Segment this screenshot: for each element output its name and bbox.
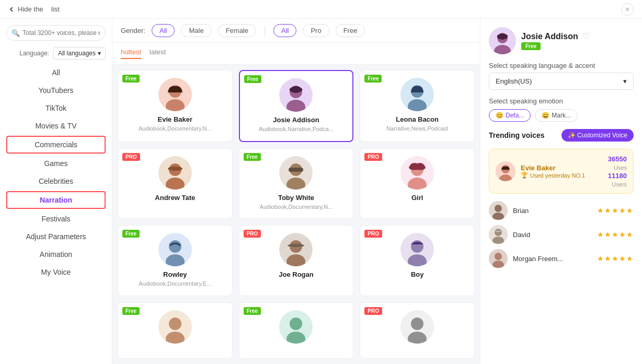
- free-badge: Free: [244, 75, 261, 83]
- language-section: Select speaking language & accent Englis…: [489, 62, 634, 90]
- sidebar-item-movies-tv[interactable]: Movies & TV: [0, 117, 112, 135]
- sidebar-item-festivals[interactable]: Festivals: [0, 210, 112, 228]
- gender-label: Gender:: [121, 27, 145, 34]
- svg-point-31: [169, 318, 181, 330]
- voice-card-josie-addison[interactable]: Free Josie Addison Audiobook,Narrative,P…: [239, 70, 354, 142]
- gender-female-button[interactable]: Female: [218, 24, 256, 37]
- trending-item-morgan[interactable]: Morgan Freem... ★★★★★: [489, 249, 634, 268]
- avatar-v3: [400, 310, 434, 344]
- trending-name-david: David: [513, 231, 592, 239]
- gender-male-button[interactable]: Male: [181, 24, 211, 37]
- free-badge: Free: [122, 307, 140, 315]
- voice-card-rowley[interactable]: Free Rowley Audiobook,Documentary,E...: [118, 225, 233, 296]
- trending-avatar-brian: [489, 201, 508, 220]
- customized-voice-button[interactable]: ✨ Customized Voice: [561, 129, 634, 142]
- uses-label: Uses: [614, 165, 627, 171]
- gender-all-button[interactable]: All: [152, 24, 175, 37]
- trending-name-morgan: Morgan Freem...: [513, 255, 592, 263]
- trending-top-stats: 36550 Uses 11180 Users: [608, 155, 627, 188]
- pro-badge: PRO: [364, 307, 382, 315]
- sidebar-item-all[interactable]: All: [0, 64, 112, 81]
- voice-name: Toby White: [278, 194, 314, 202]
- heart-icon[interactable]: ♡: [582, 31, 590, 41]
- voice-name: Rowley: [163, 271, 187, 278]
- svg-point-34: [290, 318, 302, 330]
- avatar-andrew-tate: [158, 156, 192, 190]
- sidebar-item-tiktok[interactable]: TikTok: [0, 99, 112, 117]
- trending-title: Trending voices: [489, 131, 545, 139]
- top-bar: Hide the list ×: [0, 0, 642, 19]
- voice-card-girl[interactable]: PRO Girl: [360, 148, 475, 219]
- stars-brian: ★★★★★: [597, 206, 634, 215]
- sidebar-item-my-voice[interactable]: My Voice: [0, 263, 112, 281]
- search-icon: 🔍: [12, 29, 20, 37]
- sidebar-item-celebrities[interactable]: Celebrities: [0, 172, 112, 190]
- type-pro-button[interactable]: Pro: [303, 24, 329, 37]
- right-panel: Josie Addison ♡ Free Select speaking lan…: [480, 19, 642, 364]
- avatar-v1: [158, 310, 192, 344]
- selected-name-row: Josie Addison ♡: [521, 31, 590, 41]
- voice-name: Evie Baker: [158, 115, 193, 123]
- language-value: All languages: [58, 50, 96, 57]
- avatar-evie-baker: [158, 78, 192, 111]
- voice-tags: Audiobook,Documentary,N...: [245, 204, 348, 210]
- selected-avatar: [489, 27, 516, 54]
- language-label: Language:: [19, 50, 49, 57]
- avatar-girl: [400, 156, 434, 190]
- trending-item-david[interactable]: David ★★★★★: [489, 225, 634, 244]
- trending-section: Trending voices ✨ Customized Voice: [489, 129, 634, 142]
- language-select[interactable]: All languages ▾: [53, 47, 106, 60]
- language-dropdown[interactable]: English(US) ▾: [489, 73, 634, 90]
- sidebar-item-youtubers[interactable]: YouTubers: [0, 81, 112, 99]
- tab-hottest[interactable]: hottest: [121, 48, 141, 59]
- voice-card-v2[interactable]: Free: [239, 302, 354, 359]
- voice-card-joe-rogan[interactable]: PRO Joe Rogan: [239, 225, 354, 296]
- trending-item-brian[interactable]: Brian ★★★★★: [489, 201, 634, 220]
- selected-voice-header: Josie Addison ♡ Free: [489, 27, 634, 54]
- close-button[interactable]: ×: [621, 3, 634, 16]
- voice-name: Joe Rogan: [279, 271, 313, 278]
- sidebar-item-animation[interactable]: Animation: [0, 245, 112, 263]
- pro-badge: PRO: [364, 230, 382, 238]
- voice-card-v1[interactable]: Free: [118, 302, 233, 359]
- sidebar-item-adjust-parameters[interactable]: Adjust Parameters: [0, 228, 112, 245]
- avatar-v2: [279, 310, 313, 344]
- sidebar-item-games[interactable]: Games: [0, 155, 112, 172]
- voice-tags: Audiobook,Narrative,Podca...: [245, 126, 348, 132]
- language-row: Language: All languages ▾: [6, 47, 106, 60]
- avatar-josie-addison: [279, 78, 313, 112]
- emotion-mark-button[interactable]: 😄 Mark...: [535, 109, 578, 122]
- voice-card-evie-baker[interactable]: Free Evie Baker Audiobook,Documentary,N.…: [118, 70, 233, 142]
- voice-name: Leona Bacon: [396, 115, 439, 123]
- voice-name: Girl: [411, 194, 423, 202]
- main-layout: 🔍 Language: All languages ▾ All YouTuber…: [0, 19, 642, 364]
- voice-card-boy[interactable]: PRO Boy: [360, 225, 475, 296]
- hide-list-area[interactable]: Hide the list: [8, 5, 60, 13]
- stars-david: ★★★★★: [597, 230, 634, 239]
- voice-card-v3[interactable]: PRO: [360, 302, 475, 359]
- pro-badge: PRO: [364, 153, 382, 161]
- voice-card-toby-white[interactable]: Free Toby White Audiobook,Documentary,N.…: [239, 148, 354, 219]
- emotion-default-button[interactable]: 😊 Defa...: [489, 109, 531, 122]
- search-input[interactable]: [6, 25, 106, 41]
- svg-point-26: [288, 244, 304, 247]
- list-label: list: [51, 5, 60, 13]
- free-tag: Free: [521, 42, 541, 50]
- trending-top-card[interactable]: Evie Baker 🏆 Used yesterday NO.1 36550 U…: [489, 149, 634, 194]
- users-label: Users: [612, 181, 627, 187]
- sidebar-item-narration[interactable]: Narration: [6, 191, 106, 209]
- svg-point-52: [495, 253, 502, 260]
- voice-card-andrew-tate[interactable]: PRO Andrew Tate: [118, 148, 233, 219]
- voice-card-leona-bacon[interactable]: Free Leona Bacon Narrative,News,Podcast: [360, 70, 475, 142]
- type-free-button[interactable]: Free: [336, 24, 365, 37]
- divider: [265, 26, 265, 36]
- chevron-down-icon: ▾: [98, 50, 101, 57]
- sidebar-item-commercials[interactable]: Commercials: [6, 136, 106, 154]
- arrow-left-icon: [8, 6, 15, 13]
- search-box: 🔍: [6, 25, 106, 41]
- type-all-button[interactable]: All: [273, 24, 296, 37]
- emotion-section: Select speaking emotion 😊 Defa... 😄 Mark…: [489, 97, 634, 122]
- trending-top-badge: 🏆 Used yesterday NO.1: [521, 172, 603, 179]
- tab-latest[interactable]: latest: [150, 48, 166, 59]
- stars-morgan: ★★★★★: [597, 254, 634, 263]
